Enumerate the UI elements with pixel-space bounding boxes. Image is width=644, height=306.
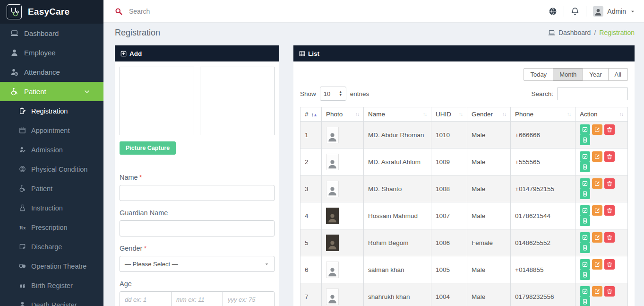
approve-button[interactable]: [580, 178, 590, 189]
delete-button[interactable]: [604, 232, 615, 243]
filter-button-today[interactable]: Today: [524, 68, 553, 81]
bell-icon[interactable]: [571, 7, 579, 16]
table-search-input[interactable]: [557, 87, 628, 100]
app-logo[interactable]: EasyCare: [0, 0, 103, 24]
user-name: Admin: [607, 8, 626, 15]
approve-button[interactable]: [580, 232, 590, 243]
approve-button[interactable]: [580, 151, 590, 162]
column-header-uhid[interactable]: UHID↑↓: [431, 107, 467, 122]
cell-photo: [322, 149, 364, 175]
delete-button[interactable]: [604, 151, 615, 162]
trash-icon: [607, 181, 612, 186]
sidebar-subitem-appointment[interactable]: Appointment: [0, 121, 103, 140]
entries-select[interactable]: 10 ▲▼: [320, 87, 346, 101]
approve-button[interactable]: [580, 124, 590, 135]
entries-label: entries: [350, 90, 369, 97]
approve-button[interactable]: [580, 286, 590, 297]
cell-num: 5: [301, 229, 322, 256]
column-header-name[interactable]: Name↑↓: [364, 107, 431, 122]
delete-button[interactable]: [604, 286, 615, 297]
cell-photo: [322, 122, 364, 149]
cell-gender: Male: [467, 149, 511, 175]
cell-action: [575, 149, 628, 175]
column-header-photo[interactable]: Photo↑↓: [322, 107, 364, 122]
trash-icon: [607, 208, 612, 213]
profile-button[interactable]: [580, 135, 590, 145]
gender-label: Gender*: [120, 245, 275, 252]
delete-button[interactable]: [604, 205, 615, 216]
filter-button-all[interactable]: All: [608, 68, 628, 81]
profile-button[interactable]: [580, 189, 590, 199]
sidebar-subitem-patient[interactable]: Patient: [0, 179, 103, 198]
approve-button[interactable]: [580, 259, 590, 270]
edit-button[interactable]: [592, 205, 602, 216]
column-header-gender[interactable]: Gender↑↓: [467, 107, 511, 122]
sidebar-subitem-physical-condition[interactable]: Physical Condition: [0, 159, 103, 179]
delete-button[interactable]: [604, 259, 615, 270]
edit-button[interactable]: [592, 124, 602, 135]
breadcrumb-separator: /: [594, 29, 596, 36]
sidebar-subitem-admission[interactable]: Admission: [0, 140, 103, 159]
sidebar-subitem-death-register[interactable]: Death Register: [0, 295, 103, 306]
sidebar-subitem-instruction[interactable]: Instruction: [0, 198, 103, 218]
gender-select[interactable]: — Please Select —: [120, 256, 275, 272]
edit-button[interactable]: [592, 151, 602, 162]
sidebar-item-label: Employee: [24, 49, 56, 57]
edit-button[interactable]: [592, 286, 602, 297]
sidebar-subitem-discharge[interactable]: Discharge: [0, 237, 103, 256]
profile-button[interactable]: [580, 297, 590, 306]
cell-phone: +666666: [511, 122, 575, 149]
filter-button-month[interactable]: Month: [553, 68, 583, 81]
sidebar-subitem-registration[interactable]: Registration: [0, 101, 103, 121]
sidebar-item-dashboard[interactable]: Dashboard: [0, 24, 103, 43]
user-menu[interactable]: Admin: [593, 6, 635, 17]
masks-icon: [19, 262, 26, 270]
table-row: 4Hossain Mahmud1007Male0178621544: [301, 202, 628, 229]
patient-photo: [326, 154, 339, 170]
sidebar-item-employee[interactable]: Employee: [0, 43, 103, 62]
profile-button[interactable]: [580, 270, 590, 280]
column-header-phone[interactable]: Phone↑↓: [511, 107, 575, 122]
age-input-group: [120, 291, 275, 306]
id-card-icon: [582, 218, 588, 224]
guardian-name-field[interactable]: [120, 220, 275, 236]
captured-photo-box: [200, 67, 275, 135]
search-input[interactable]: [129, 8, 290, 15]
sidebar-subitem-prescription[interactable]: RxPrescription: [0, 218, 103, 237]
edit-button[interactable]: [592, 232, 602, 243]
edit-button[interactable]: [592, 178, 602, 189]
globe-icon[interactable]: [549, 7, 557, 16]
column-header-action[interactable]: Action↑↓: [575, 107, 628, 122]
profile-button[interactable]: [580, 162, 590, 172]
age-field-1[interactable]: [171, 291, 223, 306]
page-header: Registration Dashboard / Registration: [103, 23, 644, 43]
picture-capture-button[interactable]: Picture Capture: [120, 141, 176, 155]
breadcrumb-dashboard[interactable]: Dashboard: [558, 29, 591, 36]
sidebar-nav: DashboardEmployeeAttendancePatient: [0, 24, 103, 101]
cell-num: 6: [301, 256, 322, 283]
cell-action: [575, 202, 628, 229]
filter-button-year[interactable]: Year: [583, 68, 608, 81]
profile-button[interactable]: [580, 243, 590, 253]
delete-button[interactable]: [604, 124, 615, 135]
profile-button[interactable]: [580, 216, 590, 226]
flask-icon: [19, 204, 26, 211]
sidebar-item-patient[interactable]: Patient: [0, 82, 103, 101]
sidebar-item-attendance[interactable]: Attendance: [0, 62, 103, 82]
add-panel: Add Picture Capture Name* Guardian Name: [115, 45, 279, 306]
delete-button[interactable]: [604, 178, 615, 189]
column-header-[interactable]: #↑▲: [301, 107, 322, 122]
age-field-0[interactable]: [120, 291, 172, 306]
stepper-icon: ▲▼: [339, 91, 343, 96]
trash-icon: [607, 262, 612, 267]
approve-button[interactable]: [580, 205, 590, 216]
patients-table: #↑▲Photo↑↓Name↑↓UHID↑↓Gender↑↓Phone↑↓Act…: [300, 107, 628, 306]
sidebar-subitem-birth-register[interactable]: Birth Register: [0, 276, 103, 295]
table-row: 5Rohim Begom1006Female0148625552: [301, 229, 628, 256]
edit-button[interactable]: [592, 259, 602, 270]
person-icon: [327, 294, 338, 305]
sidebar-subitem-operation-theatre[interactable]: Operation Theatre: [0, 256, 103, 276]
age-field-2[interactable]: [223, 291, 275, 306]
user-pen-icon: [19, 146, 26, 153]
name-field[interactable]: [120, 185, 275, 201]
